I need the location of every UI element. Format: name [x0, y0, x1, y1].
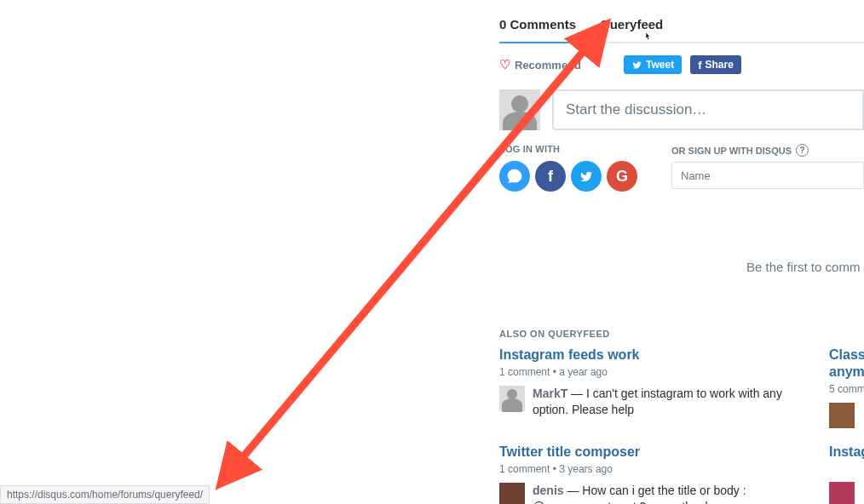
tweet-button[interactable]: Tweet [624, 55, 682, 74]
share-label: Share [706, 59, 734, 71]
facebook-icon: f [548, 168, 553, 186]
tab-comments[interactable]: 0 Comments [499, 17, 576, 32]
related-meta: 1 comment • 3 years ago [499, 463, 793, 475]
signup-label: OR SIGN UP WITH DISQUS [671, 146, 792, 156]
twitter-icon [579, 170, 594, 183]
login-label: LOG IN WITH [499, 144, 637, 154]
related-title[interactable]: Instag [829, 444, 864, 460]
tweet-label: Tweet [646, 59, 674, 71]
related-meta: 1 comment • a year ago [499, 366, 793, 378]
recommend-button[interactable]: ♡ Recommend [499, 57, 581, 72]
related-title[interactable]: Instagram feeds work [499, 347, 793, 363]
login-disqus-button[interactable] [499, 161, 530, 192]
login-google-button[interactable]: G [607, 161, 637, 192]
heart-icon: ♡ [499, 57, 510, 72]
login-twitter-button[interactable] [571, 161, 602, 192]
related-title[interactable]: Class [829, 347, 864, 363]
avatar [499, 89, 540, 130]
disqus-icon [506, 168, 523, 185]
first-comment-prompt: Be the first to comm [746, 260, 860, 274]
tab-indicator [499, 42, 580, 43]
compose-input[interactable]: Start the discussion… [552, 89, 864, 130]
related-text: denis — How can i get the title or body … [533, 483, 793, 504]
tab-site-link[interactable]: Queryfeed [600, 17, 663, 32]
recommend-label: Recommend [515, 59, 581, 72]
status-bar-url: https://disqus.com/home/forums/queryfeed… [0, 485, 210, 504]
twitter-icon [631, 60, 642, 70]
google-icon: G [616, 168, 628, 186]
related-title[interactable]: Twitter title composer [499, 444, 793, 460]
avatar [829, 482, 855, 504]
name-input[interactable] [671, 162, 864, 189]
related-title-line2[interactable]: anym [829, 364, 864, 380]
facebook-icon: f [698, 59, 701, 72]
avatar [499, 483, 525, 504]
help-icon[interactable]: ? [796, 144, 809, 157]
related-text: MarkT — I can't get instagram to work wi… [533, 386, 793, 418]
also-on-label: ALSO ON QUERYFEED [499, 329, 610, 339]
related-meta: 5 comm [829, 383, 864, 395]
share-button[interactable]: f Share [690, 55, 741, 74]
cursor-pointer-icon [641, 31, 654, 44]
login-facebook-button[interactable]: f [535, 161, 566, 192]
avatar [499, 386, 525, 411]
avatar [829, 403, 855, 428]
